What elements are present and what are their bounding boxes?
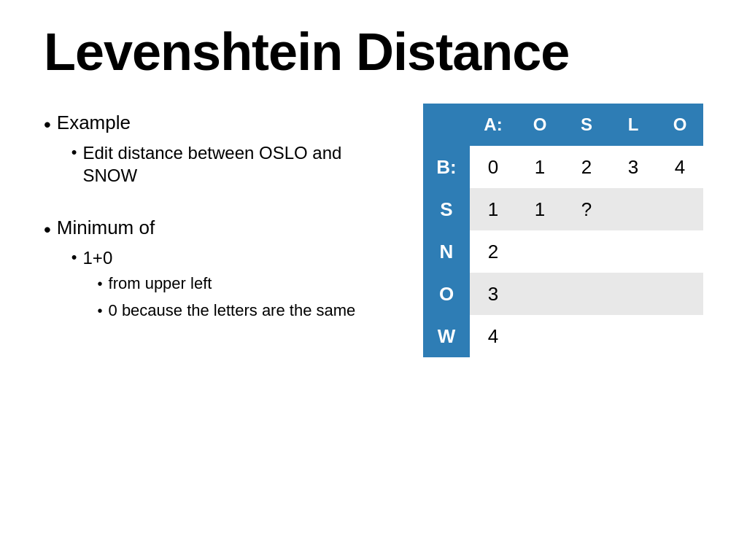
distance-table: A: O S L O B: 0 1 2 3 4 [423, 104, 703, 357]
table-row-s: S 1 1 ? [423, 188, 703, 230]
table-cell-b-1: 1 [516, 146, 563, 188]
sub-bullet-1plus0-label: 1+0 [83, 248, 113, 268]
table-cell-s-1a: 1 [470, 188, 516, 230]
table-cell-o-empty3 [610, 273, 657, 315]
table-cell-b-4: 4 [657, 146, 703, 188]
table-cell-b-2: 2 [563, 146, 610, 188]
table-cell-w-4: 4 [470, 315, 516, 357]
page-title: Levenshtein Distance [44, 22, 703, 82]
table-cell-n-empty2 [563, 230, 610, 273]
table-row-n: N 2 [423, 230, 703, 273]
table-cell-s-empty2 [657, 188, 703, 230]
sub-sub-bullet-upper-left: • from upper left [98, 273, 356, 295]
table-cell-o-3: 3 [470, 273, 516, 315]
table-cell-n-empty1 [516, 230, 563, 273]
table-header-empty [423, 104, 470, 146]
table-header-l: L [610, 104, 657, 146]
content-area: • Example • Edit distance between OSLO a… [44, 104, 703, 538]
sub-sub-bullet-same-letters: • 0 because the letters are the same [98, 300, 356, 322]
table-cell-o-empty2 [563, 273, 610, 315]
table-header-o1: O [516, 104, 563, 146]
table-cell-w-empty1 [516, 315, 563, 357]
bullet-minimum: • Minimum of • 1+0 • from upper left [44, 216, 394, 321]
bullet-dot-1-1: • [71, 143, 77, 162]
table-cell-s-1b: 1 [516, 188, 563, 230]
table-cell-b-0: 0 [470, 146, 516, 188]
table-cell-w-label: W [423, 315, 470, 357]
table-cell-n-label: N [423, 230, 470, 273]
bullet-minimum-content: Minimum of • 1+0 • from upper left [57, 216, 355, 321]
table-cell-s-label: S [423, 188, 470, 230]
sub-sub-same-letters-label: 0 because the letters are the same [109, 300, 356, 322]
table-header-a: A: [470, 104, 516, 146]
table-cell-o-label: O [423, 273, 470, 315]
bullet-example-content: Example • Edit distance between OSLO and… [57, 111, 394, 187]
bullet-minimum-label: Minimum of [57, 217, 155, 238]
sub-sub-upper-left-label: from upper left [109, 273, 212, 295]
bullet-dot-2: • [44, 217, 51, 242]
sub-bullets-minimum: • 1+0 • from upper left • [71, 246, 355, 321]
left-panel: • Example • Edit distance between OSLO a… [44, 104, 394, 538]
table-cell-n-empty4 [657, 230, 703, 273]
sub-bullet-edit-distance: • Edit distance between OSLO and SNOW [71, 141, 394, 187]
bullet-example: • Example • Edit distance between OSLO a… [44, 111, 394, 187]
bullet-dot-1: • [44, 112, 51, 137]
sub-bullet-1plus0-content: 1+0 • from upper left • 0 because the le… [83, 246, 356, 321]
table-cell-o-empty1 [516, 273, 563, 315]
table-cell-w-empty2 [563, 315, 610, 357]
table-row-b: B: 0 1 2 3 4 [423, 146, 703, 188]
table-header-row: A: O S L O [423, 104, 703, 146]
sub-bullet-edit-distance-label: Edit distance between OSLO and SNOW [83, 141, 394, 187]
bullet-example-label: Example [57, 112, 131, 133]
table-row-o: O 3 [423, 273, 703, 315]
bullet-dot-2-1: • [71, 248, 77, 267]
sub-bullets-example: • Edit distance between OSLO and SNOW [71, 141, 394, 187]
bullet-dot-2-1-2: • [98, 302, 103, 319]
table-cell-n-empty3 [610, 230, 657, 273]
table-header-s: S [563, 104, 610, 146]
page: Levenshtein Distance • Example • Edit di… [0, 0, 747, 560]
table-cell-w-empty4 [657, 315, 703, 357]
table-cell-o-empty4 [657, 273, 703, 315]
table-row-w: W 4 [423, 315, 703, 357]
table-cell-n-2: 2 [470, 230, 516, 273]
right-panel: A: O S L O B: 0 1 2 3 4 [423, 104, 703, 538]
bullet-dot-2-1-1: • [98, 275, 103, 292]
table-cell-s-empty1 [610, 188, 657, 230]
table-cell-s-q: ? [563, 188, 610, 230]
sub-bullet-1plus0: • 1+0 • from upper left • [71, 246, 355, 321]
table-cell-b-label: B: [423, 146, 470, 188]
table-cell-w-empty3 [610, 315, 657, 357]
sub-sub-bullets: • from upper left • 0 because the letter… [98, 273, 356, 321]
table-header-o2: O [657, 104, 703, 146]
table-cell-b-3: 3 [610, 146, 657, 188]
